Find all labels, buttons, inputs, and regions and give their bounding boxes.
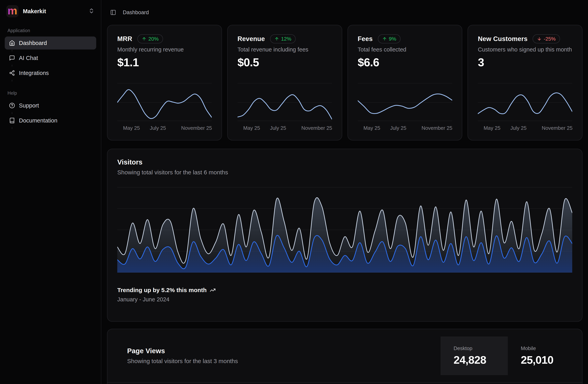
trend-value: 12% — [281, 36, 291, 42]
sidebar-item-label: Dashboard — [19, 40, 47, 46]
x-tick: November 25 — [301, 125, 332, 131]
stat-title: Fees — [358, 35, 373, 43]
stat-card-mrr: MRR 20% Monthly recurring revenue $1.1 M… — [107, 25, 222, 140]
x-axis-labels: May 25 July 25 November 25 — [117, 123, 212, 131]
breadcrumb: Dashboard — [123, 9, 149, 16]
sidebar-item-label: Integrations — [19, 70, 49, 76]
trend-value: 20% — [148, 36, 159, 42]
x-tick: November 25 — [422, 125, 452, 131]
x-tick: November 25 — [181, 125, 212, 131]
help-circle-icon — [9, 103, 15, 109]
stat-cards-row: MRR 20% Monthly recurring revenue $1.1 M… — [107, 25, 583, 140]
stat-subtitle: Total revenue including fees — [237, 46, 332, 53]
sidebar-item-ai-chat[interactable]: AI Chat — [5, 51, 96, 65]
sidebar-item-integrations[interactable]: Integrations — [5, 67, 96, 79]
stat-card-fees: Fees 9% Total fees collected $6.6 May 25… — [348, 25, 462, 140]
sidebar-item-label: AI Chat — [19, 55, 38, 61]
mobile-label: Mobile — [521, 345, 575, 351]
book-icon — [9, 117, 15, 123]
x-tick: May 25 — [123, 125, 140, 131]
sidebar-section-application: Application Dashboard AI Chat — [5, 28, 96, 79]
x-axis-labels: May 25 July 25 November 25 — [478, 123, 572, 131]
makerkit-logo: m — [6, 5, 19, 17]
stat-card-new-customers: New Customers -25% Customers who signed … — [468, 25, 583, 140]
workspace-switcher[interactable]: m Makerkit — [5, 4, 96, 18]
chevrons-up-down-icon — [88, 8, 95, 15]
page-views-title: Page Views — [127, 347, 238, 355]
fees-sparkline-chart — [358, 83, 452, 121]
visitors-subtitle: Showing total visitors for the last 6 mo… — [117, 169, 572, 176]
trend-badge: -25% — [533, 34, 560, 43]
desktop-value: 24,828 — [454, 353, 508, 366]
app-root: m Makerkit Application Dashboard — [0, 0, 588, 384]
x-tick: July 25 — [270, 125, 286, 131]
stat-value: $0.5 — [237, 56, 332, 69]
panel-left-toggle-icon[interactable] — [110, 9, 116, 15]
stat-subtitle: Customers who signed up this month — [478, 46, 572, 53]
stat-subtitle: Monthly recurring revenue — [117, 46, 212, 53]
mrr-sparkline-chart — [117, 83, 212, 121]
trend-value: -25% — [544, 36, 556, 42]
page-views-card: Page Views Showing total visitors for th… — [107, 329, 583, 384]
page-views-toggle-group: Desktop 24,828 Mobile 25,010 — [441, 329, 575, 382]
main-content: Dashboard MRR 20% Monthly recurring reve… — [101, 0, 588, 384]
sidebar-item-label: Documentation — [19, 117, 57, 124]
stat-subtitle: Total fees collected — [358, 46, 452, 53]
trending-up-icon — [210, 287, 216, 293]
x-axis-labels: May 25 July 25 November 25 — [358, 123, 452, 131]
stat-value: $1.1 — [117, 56, 212, 69]
arrow-down-icon — [537, 37, 542, 41]
visitors-card: Visitors Showing total visitors for the … — [107, 149, 583, 322]
customers-sparkline-chart — [478, 83, 572, 121]
visitors-trend-text: Trending up by 5.2% this month — [117, 287, 207, 294]
x-tick: May 25 — [483, 125, 500, 131]
x-tick: May 25 — [363, 125, 380, 131]
arrow-up-icon — [274, 37, 279, 41]
desktop-label: Desktop — [454, 345, 508, 351]
sidebar-item-dashboard[interactable]: Dashboard — [5, 37, 96, 49]
x-tick: November 25 — [542, 125, 572, 131]
x-tick: July 25 — [510, 125, 526, 131]
sidebar-section-help: Help Support Documentation — [5, 90, 96, 127]
workspace-name: Makerkit — [23, 8, 46, 15]
desktop-toggle-button[interactable]: Desktop 24,828 — [441, 337, 508, 375]
sidebar-item-label: Support — [19, 102, 39, 109]
sidebar-item-documentation[interactable]: Documentation — [5, 114, 96, 127]
trend-badge: 12% — [270, 34, 296, 43]
mobile-value: 25,010 — [521, 353, 575, 366]
sidebar: m Makerkit Application Dashboard — [0, 0, 101, 384]
stat-title: MRR — [117, 35, 132, 43]
stat-value: 3 — [478, 56, 572, 69]
share-network-icon — [9, 70, 15, 76]
trend-badge: 20% — [137, 34, 163, 43]
stat-title: New Customers — [478, 35, 527, 43]
page-views-subtitle: Showing total visitors for the last 3 mo… — [127, 358, 238, 364]
home-icon — [9, 40, 15, 46]
x-tick: May 25 — [243, 125, 260, 131]
visitors-area-chart — [117, 187, 572, 272]
sidebar-nav: Application Dashboard AI Chat — [5, 18, 96, 127]
mobile-toggle-button[interactable]: Mobile 25,010 — [508, 337, 575, 375]
x-tick: July 25 — [390, 125, 406, 131]
stat-card-revenue: Revenue 12% Total revenue including fees… — [227, 25, 342, 140]
chat-bubble-icon — [9, 55, 15, 61]
section-label-help: Help — [5, 90, 96, 96]
arrow-up-icon — [142, 37, 147, 41]
visitors-date-range: January - June 2024 — [117, 296, 572, 303]
arrow-up-icon — [382, 37, 387, 41]
revenue-sparkline-chart — [237, 83, 332, 121]
stat-value: $6.6 — [358, 56, 452, 69]
x-tick: July 25 — [150, 125, 166, 131]
trend-badge: 9% — [378, 34, 401, 43]
section-label-application: Application — [5, 28, 96, 33]
x-axis-labels: May 25 July 25 November 25 — [237, 123, 332, 131]
trend-value: 9% — [389, 36, 396, 42]
stat-title: Revenue — [237, 35, 265, 43]
top-bar: Dashboard — [107, 0, 583, 25]
sidebar-item-support[interactable]: Support — [5, 99, 96, 112]
visitors-title: Visitors — [117, 158, 572, 166]
makerkit-logo-letter: m — [7, 5, 17, 16]
